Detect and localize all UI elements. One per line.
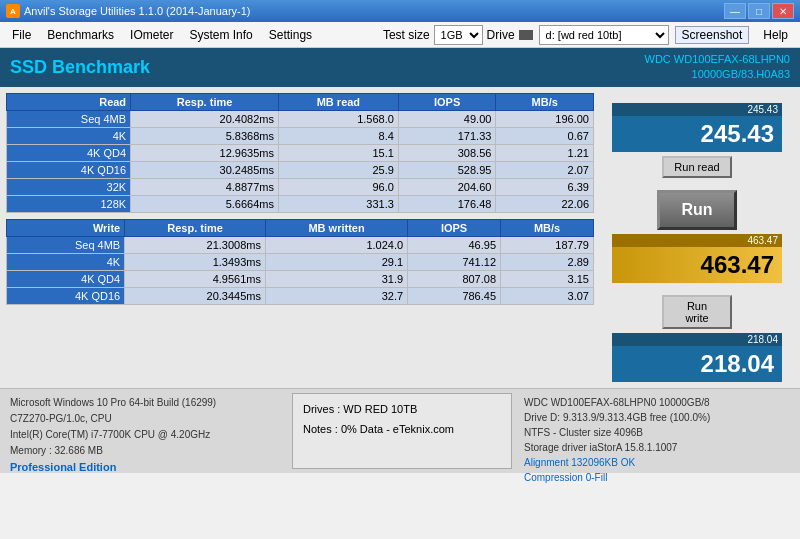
iops: 46.95 [408,236,501,253]
drive-detail-7: Compression 0-Fill [524,470,792,485]
mbs: 2.07 [496,161,594,178]
row-label: Seq 4MB [7,236,125,253]
sys-info-line2: C7Z270-PG/1.0c, CPU [10,411,278,427]
read-score-value: 245.43 [612,116,782,152]
drive-detail-4: Storage driver iaStorA 15.8.1.1007 [524,440,792,455]
mb-read: 25.9 [278,161,398,178]
table-row: 4K 1.3493ms 29.1 741.12 2.89 [7,253,594,270]
total-score-label: 463.47 [612,234,782,247]
iops: 807.08 [408,270,501,287]
write-header-row: Write Resp. time MB written IOPS MB/s [7,219,594,236]
drive-select[interactable]: d: [wd red 10tb] [539,25,669,45]
drive-detail-6: Alignment 132096KB OK [524,455,792,470]
minimize-button[interactable]: — [724,3,746,19]
resp-time: 12.9635ms [131,144,279,161]
drives-notes: Drives : WD RED 10TB Notes : 0% Data - e… [292,393,512,469]
run-read-button[interactable]: Run read [662,156,732,178]
mbs: 2.89 [501,253,594,270]
resp-time: 1.3493ms [125,253,266,270]
maximize-button[interactable]: □ [748,3,770,19]
mbs: 22.06 [496,195,594,212]
resp-time: 20.3445ms [125,287,266,304]
table-row: 128K 5.6664ms 331.3 176.48 22.06 [7,195,594,212]
write-mb-header: MB written [266,219,408,236]
run-write-button[interactable]: Run write [662,295,732,329]
table-row: 4K QD4 12.9635ms 15.1 308.56 1.21 [7,144,594,161]
menu-iometer[interactable]: IOmeter [122,22,181,47]
write-resp-time-header: Resp. time [125,219,266,236]
screenshot-button[interactable]: Screenshot [675,26,750,44]
bottom-bar: Microsoft Windows 10 Pro 64-bit Build (1… [0,388,800,473]
window-title: Anvil's Storage Utilities 1.1.0 (2014-Ja… [24,5,250,17]
write-col-header: Write [7,219,125,236]
write-score-area: Run write 218.04 218.04 [612,295,782,382]
drive-info-line1: WDC WD100EFAX-68LHPN0 [645,52,791,67]
resp-time-col-header: Resp. time [131,93,279,110]
mb-read: 8.4 [278,127,398,144]
menu-benchmarks[interactable]: Benchmarks [39,22,122,47]
menu-system-info[interactable]: System Info [181,22,260,47]
read-score-label: 245.43 [612,103,782,116]
table-row: 4K QD16 30.2485ms 25.9 528.95 2.07 [7,161,594,178]
run-area: Run 463.47 463.47 [612,190,782,283]
table-row: Seq 4MB 20.4082ms 1.568.0 49.00 196.00 [7,110,594,127]
row-label: 128K [7,195,131,212]
table-row: 4K QD16 20.3445ms 32.7 786.45 3.07 [7,287,594,304]
iops: 204.60 [398,178,496,195]
iops: 176.48 [398,195,496,212]
sys-info-line3: Intel(R) Core(TM) i7-7700K CPU @ 4.20GHz [10,427,278,443]
iops: 741.12 [408,253,501,270]
mbs: 196.00 [496,110,594,127]
menu-settings[interactable]: Settings [261,22,320,47]
mbs: 3.07 [501,287,594,304]
mb-written: 29.1 [266,253,408,270]
notes-info: Notes : 0% Data - eTeknix.com [303,420,501,440]
ssd-title: SSD Benchmark [10,57,150,78]
window-controls: — □ ✕ [724,3,794,19]
mbs: 187.79 [501,236,594,253]
drive-detail-2: Drive D: 9.313.9/9.313.4GB free (100.0%) [524,410,792,425]
drive-details: WDC WD100EFAX-68LHPN0 10000GB/8 Drive D:… [516,389,800,473]
app-icon: A [6,4,20,18]
drive-icon [519,30,533,40]
run-button[interactable]: Run [657,190,737,230]
row-label: 4K QD16 [7,161,131,178]
mbs: 1.21 [496,144,594,161]
mb-read: 96.0 [278,178,398,195]
test-size-label: Test size [383,28,430,42]
write-mbs-header: MB/s [501,219,594,236]
mbs-col-header: MB/s [496,93,594,110]
menu-file[interactable]: File [4,22,39,47]
sys-info-line4: Memory : 32.686 MB [10,443,278,459]
resp-time: 4.9561ms [125,270,266,287]
table-row: 32K 4.8877ms 96.0 204.60 6.39 [7,178,594,195]
total-score-value: 463.47 [612,247,782,283]
drive-info-line2: 10000GB/83.H0A83 [645,67,791,82]
close-button[interactable]: ✕ [772,3,794,19]
system-info: Microsoft Windows 10 Pro 64-bit Build (1… [0,389,288,473]
mbs: 6.39 [496,178,594,195]
drives-info: Drives : WD RED 10TB [303,400,501,420]
row-label: 4K QD4 [7,270,125,287]
mb-read: 1.568.0 [278,110,398,127]
pro-edition-label: Professional Edition [10,459,278,477]
row-label: Seq 4MB [7,110,131,127]
read-score-box: 245.43 245.43 [612,103,782,152]
resp-time: 20.4082ms [131,110,279,127]
iops: 528.95 [398,161,496,178]
row-label: 32K [7,178,131,195]
test-size-select[interactable]: 1GB [434,25,483,45]
menu-help[interactable]: Help [755,26,796,44]
table-row: 4K 5.8368ms 8.4 171.33 0.67 [7,127,594,144]
resp-time: 30.2485ms [131,161,279,178]
write-score-box: 218.04 218.04 [612,333,782,382]
write-score-label: 218.04 [612,333,782,346]
title-bar: A Anvil's Storage Utilities 1.1.0 (2014-… [0,0,800,22]
row-label: 4K [7,253,125,270]
row-label: 4K QD16 [7,287,125,304]
mbs: 0.67 [496,127,594,144]
table-row: Seq 4MB 21.3008ms 1.024.0 46.95 187.79 [7,236,594,253]
iops-col-header: IOPS [398,93,496,110]
total-score-box: 463.47 463.47 [612,234,782,283]
read-header-row: Read Resp. time MB read IOPS MB/s [7,93,594,110]
